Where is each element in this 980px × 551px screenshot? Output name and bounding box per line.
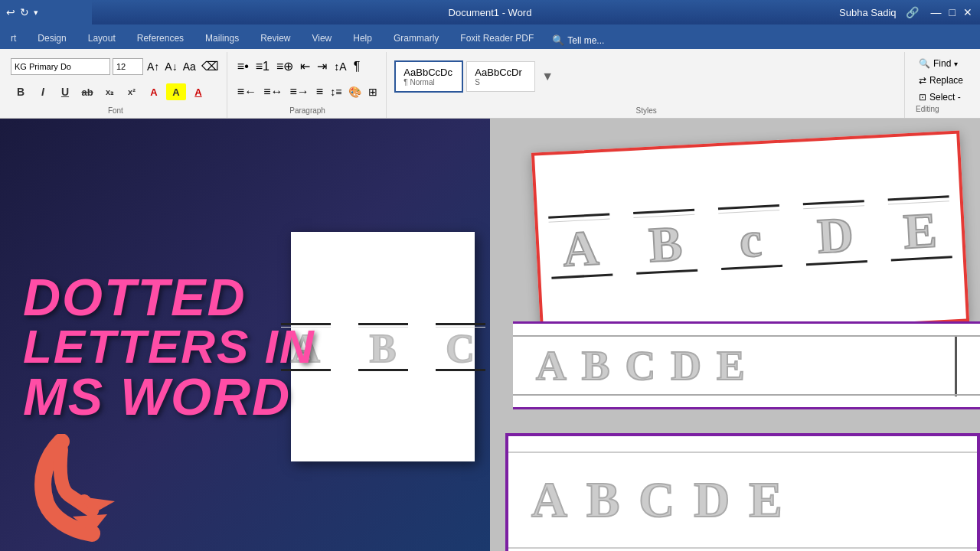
font-color-btn[interactable]: A: [144, 83, 164, 100]
font-row2: B I U ab x₂ x² A A A: [11, 80, 208, 106]
numbering-btn[interactable]: ≡1: [253, 58, 272, 75]
strikethrough-btn[interactable]: ab: [77, 83, 97, 100]
strip-letter-E: E: [717, 341, 745, 390]
sort-btn[interactable]: ↕A: [332, 59, 348, 74]
window-title: Document1 - Word: [449, 7, 532, 18]
underline-btn[interactable]: U: [55, 83, 75, 100]
line-spacing-btn[interactable]: ↕≡: [328, 84, 344, 99]
ribbon-group-paragraph: ≡• ≡1 ≡⊕ ⇤ ⇥ ↕A ¶ ≡← ≡↔ ≡→ ≡ ↕≡ 🎨 ⊞ Para…: [229, 52, 387, 118]
font-size-selector[interactable]: 12: [113, 58, 143, 75]
purple-strip-mid: A B C D E: [513, 321, 980, 409]
quick-access-toolbar: ↩ ↻ ▾: [0, 0, 92, 24]
preview-letter-C: C: [436, 323, 485, 371]
purple-bottom-letters: A B C D E: [508, 436, 977, 551]
subscript-btn[interactable]: x₂: [100, 83, 119, 100]
tab-home-partial[interactable]: rt: [0, 28, 27, 49]
tab-layout[interactable]: Layout: [77, 28, 126, 49]
doc-preview-left: A B C: [291, 232, 475, 461]
select-btn[interactable]: ⊡ Select -: [916, 90, 966, 104]
arrow-icon: [46, 434, 138, 526]
align-center-btn[interactable]: ≡↔: [261, 83, 285, 100]
ribbon-tabs: rt Design Layout References Mailings Rev…: [0, 24, 980, 49]
tab-grammarly[interactable]: Grammarly: [383, 28, 449, 49]
font-group-label: Font: [108, 105, 123, 115]
tab-view[interactable]: View: [301, 28, 342, 49]
bot-line: [806, 260, 867, 266]
maximize-btn[interactable]: □: [949, 6, 956, 18]
ribbon-group-font: KG Primary Do 12 A↑ A↓ Aa ⌫ B I U ab x₂ …: [5, 52, 227, 118]
red-card-C: c: [718, 204, 782, 270]
bot-line: [551, 273, 612, 279]
borders-btn[interactable]: ⊞: [366, 84, 380, 99]
minimize-btn[interactable]: —: [931, 6, 942, 18]
increase-indent-btn[interactable]: ⇥: [315, 57, 329, 75]
tab-references[interactable]: References: [126, 28, 194, 49]
style-secondary[interactable]: AaBbCcDr S: [466, 61, 535, 92]
bullets-btn[interactable]: ≡•: [235, 58, 251, 75]
find-icon: 🔍: [919, 58, 930, 69]
find-dropdown[interactable]: ▾: [954, 60, 958, 68]
paragraph-group-label: Paragraph: [289, 105, 325, 115]
replace-btn[interactable]: ⇄ Replace: [916, 73, 966, 87]
redo-icon[interactable]: ↻: [20, 6, 29, 18]
show-marks-btn[interactable]: ¶: [351, 58, 363, 75]
italic-btn[interactable]: I: [33, 83, 53, 100]
vertical-line: [955, 335, 957, 396]
top-line: [633, 209, 694, 214]
quick-access-more[interactable]: ▾: [34, 8, 38, 18]
text-color-btn[interactable]: A: [188, 83, 208, 100]
ribbon-group-editing: 🔍 Find ▾ ⇄ Replace ⊡ Select - Editing: [906, 52, 975, 118]
shading-btn[interactable]: 🎨: [346, 84, 364, 99]
superscript-btn[interactable]: x²: [122, 83, 142, 100]
arrow-container: [46, 434, 138, 529]
doc-card-purple-bottom: A B C D E: [505, 433, 980, 551]
line-bot-B: [358, 369, 408, 371]
top-line: [718, 204, 779, 210]
highlight-btn[interactable]: A: [166, 83, 186, 100]
close-btn[interactable]: ✕: [963, 6, 972, 18]
undo-icon[interactable]: ↩: [6, 6, 15, 18]
title-line2: LETTERS IN: [23, 323, 315, 370]
red-card-E: E: [888, 195, 952, 261]
tell-me-text[interactable]: Tell me...: [567, 35, 604, 46]
preview-letters-row: A B C: [306, 315, 459, 379]
tab-mailings[interactable]: Mailings: [194, 28, 250, 49]
tab-help[interactable]: Help: [342, 28, 383, 49]
align-left-btn[interactable]: ≡←: [235, 83, 259, 100]
styles-more-btn[interactable]: ▼: [538, 67, 557, 86]
tab-design[interactable]: Design: [27, 28, 77, 49]
ribbon: rt Design Layout References Mailings Rev…: [0, 24, 980, 119]
line-top-C: [436, 323, 485, 325]
right-panel: A B c: [490, 119, 980, 551]
para-row1: ≡• ≡1 ≡⊕ ⇤ ⇥ ↕A ¶: [235, 54, 362, 80]
replace-label: Replace: [929, 75, 963, 86]
search-ribbon-icon: 🔍: [552, 34, 564, 46]
change-case-btn[interactable]: Aa: [181, 59, 198, 74]
red-card-D: D: [803, 200, 867, 266]
find-btn[interactable]: 🔍 Find ▾: [916, 57, 966, 70]
select-icon: ⊡: [919, 92, 926, 103]
red-card-letters: A B c: [558, 150, 942, 324]
line-top-B: [358, 323, 408, 325]
grow-font-btn[interactable]: A↑: [145, 59, 161, 74]
shrink-font-btn[interactable]: A↓: [163, 59, 178, 74]
justify-btn[interactable]: ≡: [314, 83, 325, 100]
font-name-selector[interactable]: KG Primary Do: [11, 58, 110, 75]
bot-line: [721, 265, 782, 270]
style-normal[interactable]: AaBbCcDc ¶ Normal: [394, 60, 463, 93]
tab-foxit[interactable]: Foxit Reader PDF: [449, 28, 544, 49]
align-right-btn[interactable]: ≡→: [288, 83, 312, 100]
top-line: [548, 214, 609, 219]
title-bar: ↩ ↻ ▾ Document1 - Word Subha Sadiq 🔗 — □…: [0, 0, 980, 24]
top-line: [803, 200, 864, 205]
strip-letter-C: C: [625, 341, 655, 390]
strip-letter-D: D: [671, 341, 701, 390]
decrease-indent-btn[interactable]: ⇤: [298, 57, 312, 75]
multilevel-btn[interactable]: ≡⊕: [274, 57, 296, 75]
bold-btn[interactable]: B: [11, 83, 31, 100]
tab-review[interactable]: Review: [250, 28, 301, 49]
red-card-A: A: [548, 214, 612, 279]
clear-format-btn[interactable]: ⌫: [200, 57, 220, 75]
letter-E: E: [903, 205, 939, 256]
share-icon[interactable]: 🔗: [906, 6, 919, 18]
